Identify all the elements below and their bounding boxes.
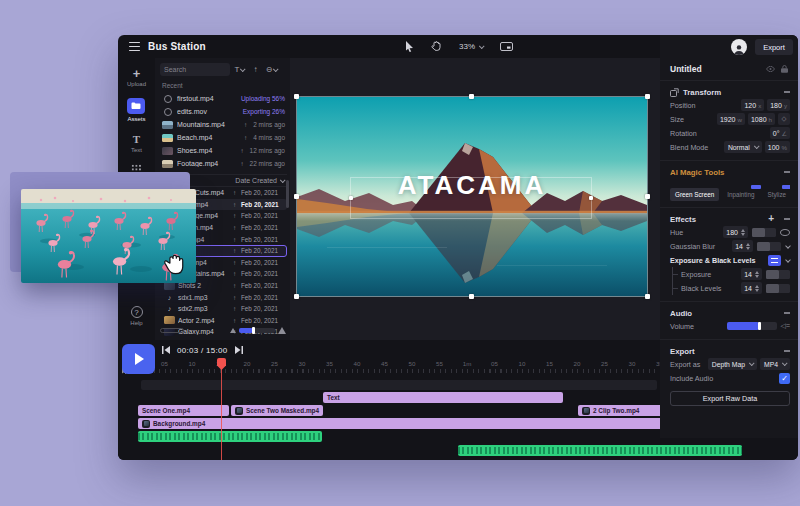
recent-item[interactable]: edits.movExporting 26% — [160, 105, 287, 118]
recent-item-name: Shoes.mp4 — [177, 147, 235, 154]
frame-handle-nw[interactable] — [294, 94, 299, 99]
frame-handle-ne[interactable] — [645, 94, 650, 99]
eye-icon[interactable] — [780, 229, 790, 236]
next-frame-icon[interactable] — [235, 346, 243, 354]
dragged-asset-thumbnail[interactable] — [21, 189, 196, 283]
hue-slider[interactable] — [752, 228, 776, 237]
rail-item-text[interactable]: T Text — [131, 133, 142, 153]
empty-track[interactable] — [141, 380, 657, 390]
export-format-dropdown[interactable]: Depth Map — [708, 358, 757, 370]
ai-tab-green-screen[interactable]: Green Screen — [670, 188, 719, 201]
exposure-stepper[interactable]: 14 — [741, 268, 762, 280]
black-levels-stepper[interactable]: 14 — [741, 282, 762, 294]
recent-item[interactable]: Mountains.mp4↑2 mins ago — [160, 118, 287, 131]
file-date: Feb 20, 2021 — [241, 224, 283, 231]
frame-handle-e[interactable] — [645, 194, 650, 199]
aspect-lock-icon[interactable]: ⬦ — [778, 113, 790, 125]
visibility-icon[interactable] — [765, 63, 776, 74]
size-h-input[interactable]: 1080h — [748, 113, 775, 125]
lock-icon[interactable] — [779, 63, 790, 74]
recent-item[interactable]: Shoes.mp4↑12 mins ago — [160, 144, 287, 157]
account-bar: Export — [660, 35, 798, 59]
export-title: Export — [670, 347, 780, 356]
clip-scene-one[interactable]: Scene One.mp4 — [138, 405, 229, 416]
add-effect-button[interactable]: + — [768, 215, 774, 223]
horizontal-scrollbar[interactable] — [160, 328, 184, 333]
audio-clip-2[interactable] — [458, 445, 742, 456]
collapse-icon[interactable] — [784, 91, 790, 92]
play-icon — [135, 353, 144, 365]
chevron-down-icon — [479, 43, 485, 49]
collapse-icon[interactable] — [784, 171, 790, 172]
export-button[interactable]: Export — [755, 39, 793, 55]
blur-stepper[interactable]: 14 — [732, 240, 753, 252]
collapse-icon[interactable] — [784, 312, 790, 313]
document-title[interactable]: Untitled — [670, 64, 762, 74]
recent-item-name: Mountains.mp4 — [177, 121, 238, 128]
frame-handle-sw[interactable] — [294, 294, 299, 299]
play-button[interactable] — [122, 344, 155, 374]
file-row[interactable]: ♪sdx2.mp3↑Feb 20, 2021 — [160, 303, 287, 315]
thumbnail-zoom-slider[interactable] — [239, 328, 275, 333]
hue-stepper[interactable]: 180 — [723, 226, 748, 238]
blend-mode-dropdown[interactable]: Normal — [724, 141, 762, 153]
music-note-icon: ♪ — [164, 305, 175, 312]
export-raw-data-button[interactable]: Export Raw Data — [670, 391, 790, 406]
clip-scene-two[interactable]: Scene Two Masked.mp4 — [231, 405, 323, 416]
avatar[interactable] — [731, 39, 747, 55]
collapse-icon[interactable] — [784, 350, 790, 351]
recent-item[interactable]: Footage.mp4↑22 mins ago — [160, 157, 287, 170]
text-selection-box[interactable] — [350, 177, 592, 219]
ruler-label: 50 — [404, 360, 420, 367]
video-frame[interactable]: ATACAMA — [297, 97, 647, 296]
display-size-icon[interactable] — [497, 39, 515, 54]
volume-slider[interactable] — [727, 322, 777, 330]
audio-clip-1[interactable] — [138, 431, 322, 442]
frame-handle-s[interactable] — [469, 294, 474, 299]
chevron-down-icon[interactable] — [785, 243, 791, 249]
export-container-dropdown[interactable]: MP4 — [760, 358, 790, 370]
list-scrollbar[interactable] — [286, 180, 289, 208]
position-y-input[interactable]: 180y — [767, 99, 790, 111]
exposure-slider[interactable] — [766, 270, 790, 279]
frame-handle-w[interactable] — [294, 194, 299, 199]
ai-tab-inpainting[interactable]: Inpainting — [722, 188, 759, 201]
blur-slider[interactable] — [757, 242, 781, 251]
filter-icon[interactable]: ⊖ — [265, 63, 278, 76]
clip-background[interactable]: Background.mp4 — [138, 418, 742, 429]
upload-sort-icon[interactable]: ↑ — [249, 63, 262, 76]
position-x-input[interactable]: 120x — [741, 99, 764, 111]
include-audio-checkbox[interactable]: ✓ — [779, 373, 790, 384]
clip-thumbnail-icon — [582, 407, 590, 415]
rail-item-assets[interactable]: Assets — [127, 98, 145, 122]
upload-arrow-icon: ↑ — [231, 317, 238, 324]
black-levels-slider[interactable] — [766, 284, 790, 293]
type-filter-icon[interactable]: T — [233, 63, 246, 76]
rail-item-help[interactable]: ? Help — [130, 306, 142, 326]
rotation-input[interactable]: 0°∠ — [770, 127, 790, 139]
opacity-input[interactable]: 100% — [765, 141, 790, 153]
collapse-icon[interactable] — [784, 218, 790, 219]
clip-text[interactable]: Text — [323, 392, 563, 403]
previous-frame-icon[interactable] — [162, 346, 170, 354]
rail-item-upload[interactable]: + Upload — [127, 69, 146, 87]
file-row[interactable]: ♪sdx1.mp3↑Feb 20, 2021 — [160, 291, 287, 303]
chevron-down-icon[interactable] — [785, 257, 791, 263]
upload-arrow-icon: ↑ — [231, 236, 238, 243]
recent-item[interactable]: Beach.mp4↑4 mins ago — [160, 131, 287, 144]
recent-item[interactable]: firstout.mp4Uploading 56% — [160, 92, 287, 105]
zoom-level-dropdown[interactable]: 33% — [454, 40, 488, 53]
selection-handle[interactable] — [349, 196, 353, 200]
ai-tab-stylize[interactable]: Stylize — [763, 188, 790, 201]
frame-handle-n[interactable] — [469, 94, 474, 99]
levels-chip-icon[interactable] — [768, 255, 781, 266]
size-w-input[interactable]: 1920w — [717, 113, 745, 125]
speaker-icon[interactable]: ◁= — [781, 322, 790, 330]
frame-handle-se[interactable] — [645, 294, 650, 299]
column-date-created[interactable]: Date Created — [235, 177, 284, 184]
search-input[interactable] — [160, 63, 230, 76]
selection-handle[interactable] — [589, 196, 593, 200]
select-cursor-icon[interactable] — [400, 39, 418, 54]
menu-icon[interactable] — [129, 42, 140, 51]
hand-tool-icon[interactable] — [427, 39, 445, 54]
